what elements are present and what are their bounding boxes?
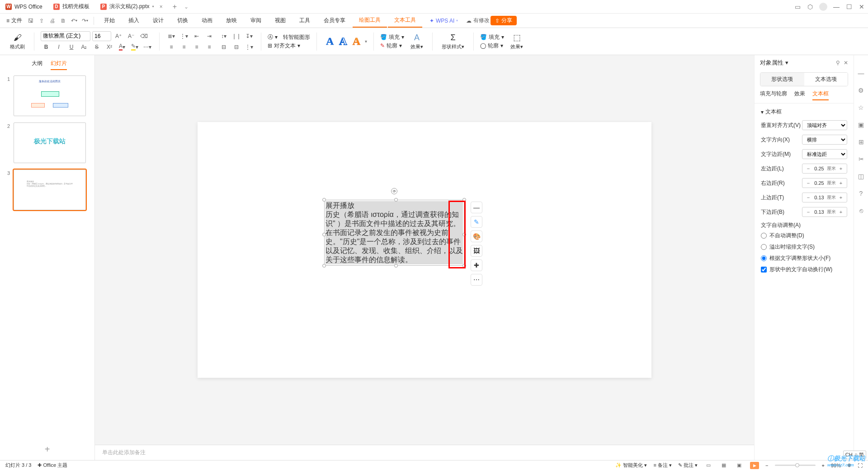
rail-collapse-icon[interactable]: — bbox=[857, 69, 866, 78]
numbering-icon[interactable]: ⋮▾ bbox=[179, 31, 189, 41]
align-text-combo[interactable]: ⊞对齐文本▾ bbox=[268, 42, 310, 50]
indent-dec-icon[interactable]: ⇤ bbox=[191, 31, 202, 41]
top-margin-spin[interactable]: −0.13厘米+ bbox=[802, 193, 847, 202]
menu-hamburger[interactable]: ≡文件 bbox=[4, 17, 25, 24]
rail-layers-icon[interactable]: ▣ bbox=[857, 120, 866, 129]
menu-animation[interactable]: 动画 bbox=[195, 14, 219, 28]
menu-member[interactable]: 会员专享 bbox=[317, 14, 352, 28]
highlight-icon[interactable]: ✎▾ bbox=[129, 42, 140, 52]
export-icon[interactable]: ⇪ bbox=[37, 16, 47, 26]
menu-drawing-tools[interactable]: 绘图工具 bbox=[353, 14, 387, 28]
zoom-in-icon[interactable]: + bbox=[822, 463, 825, 468]
outline-tab[interactable]: 大纲 bbox=[32, 60, 42, 70]
section-textbox[interactable]: ▾ 文本框 bbox=[761, 108, 847, 116]
slide-thumb-2[interactable]: 极光下载站 bbox=[14, 122, 86, 163]
float-minus-icon[interactable]: — bbox=[471, 202, 482, 213]
format-painter-button[interactable]: 🖌格式刷 bbox=[7, 31, 28, 52]
cube-button[interactable]: ⬚效果▾ bbox=[508, 31, 526, 52]
avatar-icon[interactable] bbox=[819, 3, 827, 11]
zoom-out-icon[interactable]: − bbox=[765, 463, 768, 468]
list-level-icon[interactable]: ⋮▾ bbox=[244, 42, 255, 52]
menu-view[interactable]: 视图 bbox=[269, 14, 292, 28]
dist-h-icon[interactable]: ⊟ bbox=[218, 42, 229, 52]
wordart-style-3[interactable]: A bbox=[350, 35, 363, 47]
line-spacing-icon[interactable]: ↕▾ bbox=[218, 31, 229, 41]
right-margin-spin[interactable]: −0.25厘米+ bbox=[802, 178, 847, 188]
strike-icon[interactable]: S bbox=[91, 42, 102, 52]
text-box[interactable]: ⟳ 展开播放历史（希腊语 ιστορία，通过调查获得的知识" ）是书面文件中描… bbox=[324, 200, 464, 266]
menu-tools[interactable]: 工具 bbox=[293, 14, 316, 28]
rail-star-icon[interactable]: ☆ bbox=[857, 103, 866, 112]
shape-options-tab[interactable]: 形状选项 bbox=[760, 73, 804, 86]
window-close-icon[interactable]: ✕ bbox=[855, 3, 868, 10]
comments-toggle[interactable]: ✎ 批注 ▾ bbox=[678, 462, 698, 469]
cloud-modified[interactable]: ☁有修改 bbox=[466, 17, 490, 24]
subscript-icon[interactable]: A₂ bbox=[79, 42, 90, 52]
float-image-icon[interactable]: 🖼 bbox=[471, 245, 482, 257]
rotate-handle-icon[interactable]: ⟳ bbox=[391, 188, 397, 194]
slide-thumb-1[interactable]: 服务政处流程图表 bbox=[14, 75, 86, 116]
tab-list-button[interactable]: ⌄ bbox=[184, 4, 189, 10]
window-compact-icon[interactable]: ▭ bbox=[791, 3, 804, 10]
indent-inc-icon[interactable]: ⇥ bbox=[204, 31, 215, 41]
superscript-icon[interactable]: X² bbox=[104, 42, 115, 52]
wordart-gallery[interactable]: A A A ▾ bbox=[323, 35, 367, 47]
bottom-margin-spin[interactable]: −0.13厘米+ bbox=[802, 207, 847, 217]
tab-wps-home[interactable]: W WPS Office bbox=[0, 0, 48, 13]
close-tab-icon[interactable]: × bbox=[160, 4, 163, 10]
align-right-icon[interactable]: ≡ bbox=[191, 42, 202, 52]
dist-v-icon[interactable]: ⊟ bbox=[231, 42, 242, 52]
view-reading-icon[interactable]: ▣ bbox=[735, 462, 744, 469]
slide-thumb-3[interactable]: 展开播放历史（希腊语 ιστορία，通过调查获得的知识）是书面文件中描述的过去… bbox=[14, 169, 86, 210]
window-maximize-icon[interactable]: ☐ bbox=[843, 3, 855, 10]
tab-document[interactable]: P 演示文稿(2).pptx • × bbox=[95, 0, 168, 13]
rail-object-icon[interactable]: ◫ bbox=[857, 172, 866, 181]
menu-slideshow[interactable]: 放映 bbox=[220, 14, 243, 28]
margin-select[interactable]: 标准边距 bbox=[802, 149, 847, 159]
increase-font-icon[interactable]: A⁺ bbox=[113, 31, 124, 41]
text-options-tab[interactable]: 文本选项 bbox=[804, 73, 848, 86]
slide-canvas[interactable]: ⟳ 展开播放历史（希腊语 ιστορία，通过调查获得的知识" ）是书面文件中描… bbox=[198, 122, 651, 378]
wordart-style-2[interactable]: A bbox=[336, 35, 349, 47]
align-center-icon[interactable]: ≡ bbox=[179, 42, 189, 52]
print-preview-icon[interactable]: 🗎 bbox=[58, 16, 68, 26]
valign-select[interactable]: 顶端对齐 bbox=[802, 120, 847, 130]
formula-button[interactable]: Σ形状样式▾ bbox=[439, 31, 467, 52]
shape-fill-combo[interactable]: 🪣填充▾ bbox=[480, 33, 504, 41]
text-direction-icon[interactable]: ↧▾ bbox=[244, 31, 255, 41]
notes-toggle[interactable]: ≡ 备注 ▾ bbox=[653, 462, 672, 469]
rail-link-icon[interactable]: ⎋ bbox=[857, 206, 866, 215]
clear-format-icon[interactable]: ⌫ bbox=[138, 31, 149, 41]
mt-textbox[interactable]: 文本框 bbox=[812, 90, 829, 100]
mt-fill[interactable]: 填充与轮廓 bbox=[760, 90, 787, 100]
undo-icon[interactable]: ↶▾ bbox=[69, 16, 79, 26]
direction-select[interactable]: 横排 bbox=[802, 135, 847, 145]
beautify-button[interactable]: ✨ 智能美化 ▾ bbox=[615, 462, 647, 469]
decrease-font-icon[interactable]: A⁻ bbox=[126, 31, 137, 41]
zoom-slider[interactable] bbox=[775, 465, 816, 466]
rail-tools-icon[interactable]: ✂ bbox=[857, 155, 866, 164]
mt-effect[interactable]: 效果 bbox=[794, 90, 805, 100]
left-margin-spin[interactable]: −0.25厘米+ bbox=[802, 164, 847, 174]
rail-clip-icon[interactable]: ⊞ bbox=[857, 137, 866, 146]
box-icon[interactable]: ⬡ bbox=[804, 3, 816, 10]
font-name-input[interactable] bbox=[41, 31, 90, 41]
redo-icon[interactable]: ↷▾ bbox=[80, 16, 90, 26]
underline-icon[interactable]: U bbox=[66, 42, 77, 52]
menu-start[interactable]: 开始 bbox=[98, 14, 121, 28]
window-minimize-icon[interactable]: — bbox=[830, 3, 843, 10]
font-size-input[interactable] bbox=[92, 31, 111, 41]
float-pen-icon[interactable]: ✎ bbox=[471, 216, 482, 228]
rail-help-icon[interactable]: ? bbox=[857, 189, 866, 198]
float-palette-icon[interactable]: 🎨 bbox=[471, 230, 482, 242]
menu-transition[interactable]: 切换 bbox=[171, 14, 194, 28]
rail-settings-icon[interactable]: ⚙ bbox=[857, 86, 866, 95]
columns-icon[interactable]: ❘❘ bbox=[231, 31, 242, 41]
wordart-style-1[interactable]: A bbox=[323, 35, 336, 47]
char-shading-icon[interactable]: ⋯▾ bbox=[142, 42, 153, 52]
view-slideshow-icon[interactable]: ▶ bbox=[750, 462, 759, 469]
menu-review[interactable]: 审阅 bbox=[244, 14, 268, 28]
slides-tab[interactable]: 幻灯片 bbox=[51, 60, 67, 70]
pin-icon[interactable]: ⚲ bbox=[836, 60, 840, 66]
view-normal-icon[interactable]: ▭ bbox=[704, 462, 713, 469]
